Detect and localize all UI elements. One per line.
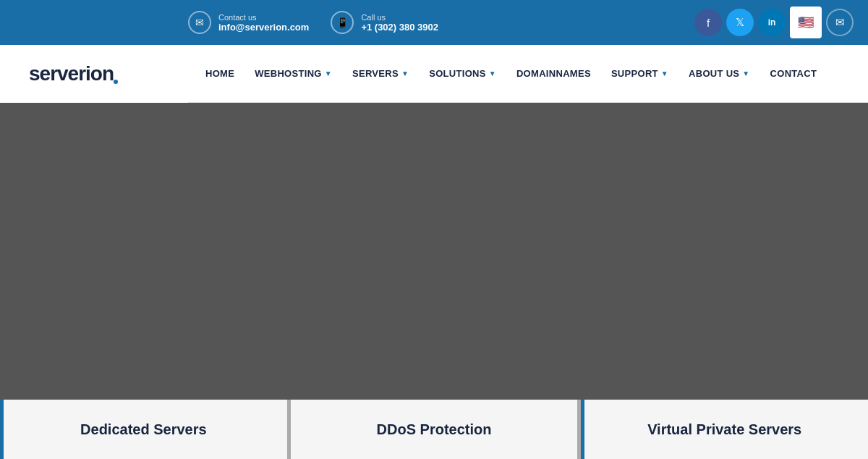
vps-card[interactable]: Virtual Private Servers: [581, 400, 868, 459]
linkedin-button[interactable]: in: [758, 9, 786, 36]
nav-support[interactable]: SUPPORT ▼: [601, 45, 678, 102]
card-3-label: Virtual Private Servers: [647, 421, 801, 438]
nav-home[interactable]: HOME: [195, 45, 244, 102]
logo: serverion: [29, 62, 118, 85]
phone-value: +1 (302) 380 3902: [361, 22, 438, 33]
chevron-down-icon: ▼: [661, 70, 668, 77]
nav-about-us[interactable]: ABOUT US ▼: [678, 45, 760, 102]
nav-contact[interactable]: CONTACT: [760, 45, 827, 102]
phone-details: Call us +1 (302) 380 3902: [361, 13, 438, 33]
logo-dot: [114, 80, 118, 84]
phone-contact[interactable]: 📱 Call us +1 (302) 380 3902: [331, 11, 438, 34]
nav-webhosting[interactable]: WEBHOSTING ▼: [244, 45, 342, 102]
hero-section: [0, 103, 868, 400]
contact-label: Contact us: [218, 13, 309, 22]
dedicated-servers-card[interactable]: Dedicated Servers: [0, 400, 287, 459]
card-accent: [581, 400, 584, 459]
top-bar: ✉ Contact us info@serverion.com 📱 Call u…: [0, 0, 868, 45]
email-icon: ✉: [188, 11, 211, 34]
language-selector[interactable]: 🇺🇸: [790, 7, 822, 38]
chevron-down-icon: ▼: [325, 70, 332, 77]
chevron-down-icon: ▼: [742, 70, 749, 77]
feature-cards: Dedicated Servers DDoS Protection Virtua…: [0, 400, 868, 459]
phone-icon: 📱: [331, 11, 354, 34]
navigation-bar: serverion HOME WEBHOSTING ▼ SERVERS ▼ SO…: [0, 45, 868, 103]
chevron-down-icon: ▼: [401, 70, 409, 77]
call-label: Call us: [361, 13, 438, 22]
logo-area: serverion: [0, 45, 188, 103]
email-details: Contact us info@serverion.com: [218, 13, 309, 33]
nav-domainnames[interactable]: DOMAINNAMES: [506, 45, 601, 102]
card-2-label: DDoS Protection: [377, 421, 492, 438]
nav-servers[interactable]: SERVERS ▼: [342, 45, 419, 102]
facebook-button[interactable]: f: [694, 9, 722, 36]
social-links: f 𝕏 in 🇺🇸 ✉: [694, 7, 854, 38]
contact-info: ✉ Contact us info@serverion.com 📱 Call u…: [188, 11, 438, 34]
ddos-protection-card[interactable]: DDoS Protection: [291, 400, 578, 459]
nav-solutions[interactable]: SOLUTIONS ▼: [419, 45, 506, 102]
email-contact[interactable]: ✉ Contact us info@serverion.com: [188, 11, 309, 34]
chevron-down-icon: ▼: [489, 70, 496, 77]
mail-button[interactable]: ✉: [826, 9, 854, 36]
card-1-label: Dedicated Servers: [80, 421, 207, 438]
email-value: info@serverion.com: [218, 22, 309, 33]
main-nav: HOME WEBHOSTING ▼ SERVERS ▼ SOLUTIONS ▼ …: [188, 45, 827, 102]
twitter-button[interactable]: 𝕏: [726, 9, 754, 36]
card-accent: [0, 400, 4, 459]
